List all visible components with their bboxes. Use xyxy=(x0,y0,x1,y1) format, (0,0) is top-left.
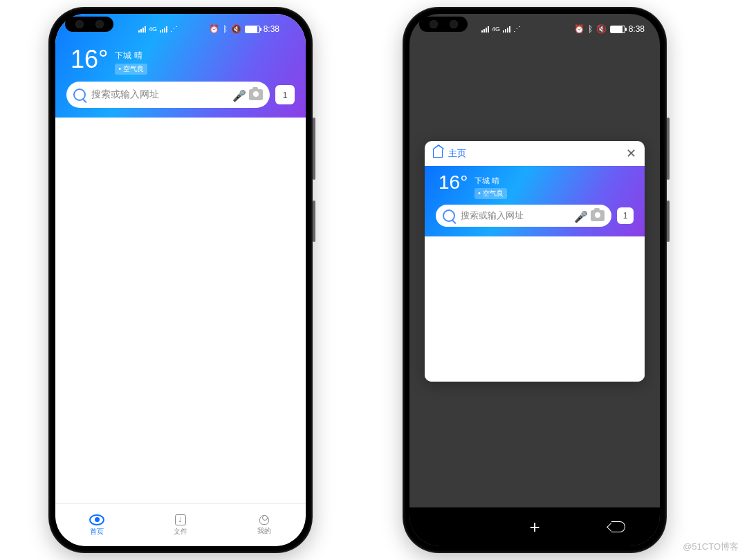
tab-title: 主页 xyxy=(448,147,466,160)
tab-count-preview: 1 xyxy=(617,207,634,224)
status-time: 8:38 xyxy=(264,24,279,34)
camera-cutout xyxy=(65,17,113,32)
tab-preview-body xyxy=(425,236,645,382)
tab-card-area[interactable]: 主页 ✕ 16° 下城 晴 • 空气良 xyxy=(409,44,660,507)
temperature: 16° xyxy=(71,47,108,72)
screen-tab-switcher: 4G ⋰ ⏰ ᛒ 🔇 8:38 主页 ✕ xyxy=(409,14,660,546)
home-icon xyxy=(89,514,104,525)
bluetooth-icon: ᛒ xyxy=(223,24,228,34)
city-condition: 下城 晴 xyxy=(474,176,506,186)
signal-icon xyxy=(481,26,489,32)
home-icon xyxy=(433,149,443,158)
back-icon xyxy=(611,521,625,532)
signal-icon-2 xyxy=(160,26,167,32)
air-quality-badge: • 空气良 xyxy=(115,64,147,75)
tab-switcher-bottom-bar: + xyxy=(409,507,660,546)
close-tab-button[interactable]: ✕ xyxy=(626,147,636,160)
bottom-nav: 首页 文件 我的 xyxy=(55,503,306,546)
search-icon xyxy=(73,88,86,101)
battery-icon xyxy=(610,26,625,33)
spacer-cell xyxy=(409,507,493,546)
tab-count-button[interactable]: 1 xyxy=(275,85,295,104)
tab-preview-card[interactable]: 主页 ✕ 16° 下城 晴 • 空气良 xyxy=(425,141,645,382)
mute-icon: 🔇 xyxy=(231,24,241,34)
search-placeholder: 搜索或输入网址 xyxy=(461,209,574,222)
weather-widget[interactable]: 16° 下城 晴 • 空气良 xyxy=(66,44,295,82)
watermark: @51CTO博客 xyxy=(683,541,739,553)
temperature: 16° xyxy=(439,173,468,192)
alarm-icon: ⏰ xyxy=(209,24,219,34)
phone-right: 4G ⋰ ⏰ ᛒ 🔇 8:38 主页 ✕ xyxy=(403,7,667,553)
nav-mine-label: 我的 xyxy=(257,526,271,536)
search-icon xyxy=(443,209,455,222)
wifi-icon: ⋰ xyxy=(513,25,521,34)
screen-home: 4G ⋰ ⏰ ᛒ 🔇 8:38 16° 下城 晴 • 空气良 xyxy=(55,14,306,546)
nav-files-label: 文件 xyxy=(174,527,187,536)
mic-icon[interactable]: 🎤 xyxy=(232,89,243,100)
camera-icon xyxy=(591,210,605,221)
air-quality-badge: • 空气良 xyxy=(474,188,506,199)
person-icon xyxy=(259,515,269,525)
page-content[interactable] xyxy=(55,118,306,503)
mute-icon: 🔇 xyxy=(596,24,607,34)
battery-icon xyxy=(245,26,260,33)
status-time: 8:38 xyxy=(629,24,645,34)
phone-left: 4G ⋰ ⏰ ᛒ 🔇 8:38 16° 下城 晴 • 空气良 xyxy=(48,7,313,553)
search-bar[interactable]: 搜索或输入网址 🎤 xyxy=(66,82,270,108)
bluetooth-icon: ᛒ xyxy=(588,24,593,34)
camera-icon[interactable] xyxy=(249,89,263,100)
alarm-icon: ⏰ xyxy=(574,24,584,34)
back-button[interactable] xyxy=(576,507,660,546)
camera-cutout xyxy=(419,17,468,32)
signal-icon-2 xyxy=(503,26,510,32)
wifi-icon: ⋰ xyxy=(170,25,178,34)
tab-card-header: 主页 ✕ xyxy=(425,141,645,166)
search-bar-preview: 搜索或输入网址 🎤 xyxy=(436,205,611,227)
city-condition: 下城 晴 xyxy=(115,50,147,62)
files-icon xyxy=(175,514,186,525)
signal-icon xyxy=(138,26,146,32)
search-placeholder: 搜索或输入网址 xyxy=(91,88,232,101)
new-tab-button[interactable]: + xyxy=(493,507,577,546)
nav-home-label: 首页 xyxy=(90,527,104,536)
mic-icon: 🎤 xyxy=(574,210,585,221)
nav-home[interactable]: 首页 xyxy=(55,504,139,546)
nav-mine[interactable]: 我的 xyxy=(222,504,306,546)
tab-preview-hero: 16° 下城 晴 • 空气良 搜索或输入网址 🎤 xyxy=(425,166,645,236)
nav-files[interactable]: 文件 xyxy=(139,504,223,546)
